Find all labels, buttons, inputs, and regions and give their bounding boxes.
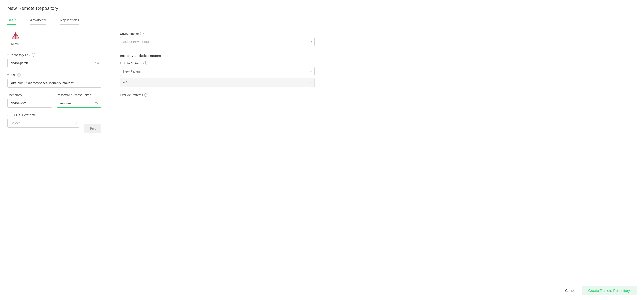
maven-label: Maven (11, 42, 20, 46)
ssl-group: SSL / TLS Certificate Select ▾ (8, 113, 79, 128)
password-input[interactable] (57, 99, 101, 108)
maven-icon-container[interactable]: Maven (8, 32, 24, 46)
new-pattern-wrapper: + (120, 67, 314, 76)
pattern-tag-item: **/* ✕ (120, 78, 314, 88)
ssl-select[interactable]: Select (8, 118, 79, 128)
environments-label: Environments ? (120, 32, 314, 36)
exclude-patterns-label: Exclude Patterns ? (120, 93, 314, 97)
repository-key-input[interactable] (8, 58, 101, 68)
left-column: Maven * Repository Key ? 11/64 * URL ? (8, 32, 101, 133)
page-title: New Remote Repository (8, 6, 314, 11)
tab-advanced[interactable]: Advanced (30, 16, 46, 25)
environments-help-icon[interactable]: ? (140, 32, 144, 36)
ssl-row: SSL / TLS Certificate Select ▾ Test (8, 113, 101, 133)
url-help-icon[interactable]: ? (17, 73, 21, 77)
include-exclude-section: Include / Exclude Patterns Include Patte… (120, 54, 314, 97)
include-patterns-label: Include Patterns ? (120, 62, 314, 65)
password-wrapper: 👁 (57, 99, 101, 108)
environments-select-wrapper: Select Environment ▾ (120, 37, 314, 46)
remove-pattern-icon[interactable]: ✕ (308, 80, 312, 85)
repository-key-group: * Repository Key ? 11/64 (8, 53, 101, 68)
url-input[interactable] (8, 79, 101, 88)
username-group: User Name (8, 93, 52, 108)
tab-replications[interactable]: Replications (60, 16, 79, 25)
url-label: * URL ? (8, 73, 101, 77)
include-patterns-group: Include Patterns ? + **/* ✕ (120, 62, 314, 88)
tabs-container: Basic Advanced Replications (8, 16, 314, 25)
password-group: Password / Access Token 👁 (57, 93, 101, 108)
ssl-select-wrapper: Select ▾ (8, 118, 79, 128)
new-pattern-input[interactable] (120, 67, 314, 76)
maven-icon (11, 32, 20, 41)
username-label: User Name (8, 93, 52, 97)
tab-basic[interactable]: Basic (8, 16, 16, 25)
ssl-label: SSL / TLS Certificate (8, 113, 79, 117)
include-patterns-help-icon[interactable]: ? (144, 62, 147, 65)
url-group: * URL ? (8, 73, 101, 88)
test-button[interactable]: Test (84, 124, 101, 133)
exclude-patterns-group: Exclude Patterns ? (120, 93, 314, 97)
pattern-tag-value: **/* (123, 81, 128, 84)
content-area: Maven * Repository Key ? 11/64 * URL ? (8, 32, 314, 133)
environments-select[interactable]: Select Environment (120, 37, 314, 46)
exclude-patterns-help-icon[interactable]: ? (144, 93, 148, 97)
credentials-row: User Name Password / Access Token 👁 (8, 93, 101, 113)
show-password-icon[interactable]: 👁 (95, 101, 99, 105)
patterns-section-title: Include / Exclude Patterns (120, 54, 314, 58)
repository-key-help-icon[interactable]: ? (32, 53, 36, 57)
password-label: Password / Access Token (57, 93, 101, 97)
repository-key-label: * Repository Key ? (8, 53, 101, 57)
add-pattern-icon[interactable]: + (310, 69, 312, 74)
environments-section: Environments ? Select Environment ▾ (120, 32, 314, 46)
repository-key-counter: 11/64 (92, 62, 99, 65)
right-column: Environments ? Select Environment ▾ Incl… (120, 32, 314, 133)
username-input[interactable] (8, 99, 52, 108)
repository-key-input-wrapper: 11/64 (8, 58, 101, 68)
